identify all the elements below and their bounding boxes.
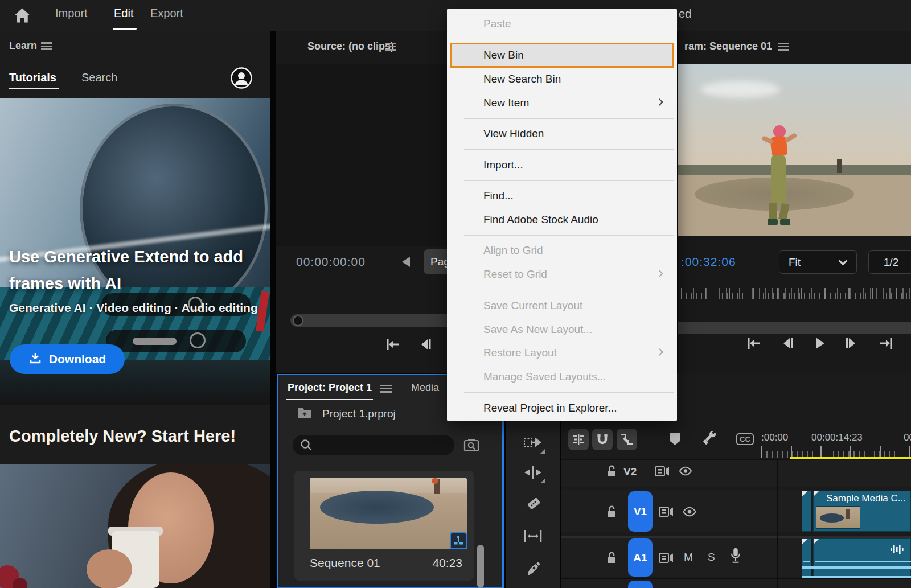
search-input[interactable] bbox=[293, 435, 454, 455]
source-go-to-in-icon[interactable] bbox=[385, 337, 401, 352]
a1-source-patch-icon[interactable] bbox=[659, 552, 674, 566]
starter-tutorial-image[interactable] bbox=[0, 464, 270, 588]
a1-mute-button[interactable]: M bbox=[684, 551, 693, 564]
download-icon bbox=[28, 351, 42, 368]
playback-resolution-select[interactable]: 1/2 bbox=[868, 250, 911, 274]
sequence-badge-icon bbox=[450, 532, 467, 549]
menu-item-find[interactable]: Find... bbox=[447, 186, 677, 206]
linked-selection-button[interactable] bbox=[617, 429, 637, 450]
tab-media[interactable]: Media bbox=[411, 382, 439, 394]
captions-button[interactable]: CC bbox=[736, 433, 754, 445]
a1-track-target-badge[interactable]: A1 bbox=[628, 538, 653, 577]
source-playhead-knob[interactable] bbox=[293, 315, 303, 326]
program-step-forward-icon[interactable] bbox=[844, 336, 859, 351]
submenu-arrow-icon bbox=[656, 348, 663, 356]
search-bin-icon[interactable] bbox=[463, 438, 479, 455]
program-go-to-in-icon[interactable] bbox=[746, 336, 762, 351]
a2-track-target-badge[interactable] bbox=[628, 581, 653, 588]
track-select-forward-tool[interactable] bbox=[506, 430, 560, 456]
tab-import[interactable]: Import bbox=[55, 7, 88, 20]
breadcrumb[interactable]: Project 1.prproj bbox=[322, 408, 396, 420]
program-scrub-bar[interactable] bbox=[678, 322, 911, 334]
v2-source-patch-icon[interactable] bbox=[655, 466, 670, 479]
program-panel-menu-icon[interactable] bbox=[778, 43, 789, 51]
menu-item-new-bin[interactable]: New Bin bbox=[447, 45, 677, 65]
nest-toggle-button[interactable] bbox=[568, 429, 589, 450]
menu-item-reveal-project-in-explorer[interactable]: Reveal Project in Explorer... bbox=[447, 398, 677, 418]
source-timecode[interactable]: 00:00:00:00 bbox=[296, 255, 366, 269]
hero-title-line2: frames with AI bbox=[9, 274, 121, 293]
add-marker-icon[interactable] bbox=[670, 433, 680, 445]
snap-magnet-button[interactable] bbox=[592, 429, 613, 450]
submenu-arrow-icon bbox=[656, 270, 663, 277]
hero-title-line1: Use Generative Extend to add bbox=[9, 248, 243, 266]
project-scrollbar[interactable] bbox=[477, 545, 484, 588]
home-icon[interactable] bbox=[14, 7, 31, 26]
audio-gain-line[interactable] bbox=[815, 561, 911, 562]
v2-lock-icon[interactable] bbox=[605, 464, 618, 480]
v1-source-patch-icon[interactable] bbox=[659, 506, 674, 520]
sequence-thumbnail[interactable] bbox=[310, 478, 467, 549]
slip-tool[interactable] bbox=[506, 523, 560, 549]
source-step-back-icon[interactable] bbox=[418, 337, 433, 352]
timeline-settings-wrench-icon[interactable] bbox=[702, 430, 718, 446]
a1-lock-icon[interactable] bbox=[605, 551, 618, 567]
zoom-level-value: Fit bbox=[789, 256, 801, 269]
audio-gain-line-head[interactable] bbox=[803, 561, 810, 562]
playback-resolution-value: 1/2 bbox=[884, 256, 898, 269]
timeline-ruler[interactable] bbox=[761, 446, 911, 460]
zoom-level-select[interactable]: Fit bbox=[779, 250, 857, 274]
timeline-clip-a1-head[interactable] bbox=[802, 538, 811, 578]
v1-track-label: V1 bbox=[634, 505, 647, 518]
menu-item-new-search-bin[interactable]: New Search Bin bbox=[447, 69, 677, 89]
v2-track-label[interactable]: V2 bbox=[623, 466, 637, 478]
menu-item-restore-layout: Restore Layout bbox=[447, 343, 677, 363]
tab-tutorials[interactable]: Tutorials bbox=[9, 71, 56, 84]
premiere-pro-window: Import Edit Export ed Learn Tutorials Se… bbox=[0, 0, 911, 588]
download-button[interactable]: Download bbox=[10, 344, 125, 374]
a1-voiceover-mic-icon[interactable] bbox=[729, 548, 742, 567]
program-step-back-icon[interactable] bbox=[780, 336, 795, 351]
razor-tool[interactable] bbox=[506, 491, 560, 517]
pen-tool[interactable] bbox=[506, 556, 560, 582]
timeline-clip-v1[interactable]: Sample Media C... bbox=[813, 491, 911, 532]
v1-toggle-visibility-eye-icon[interactable] bbox=[682, 507, 697, 519]
folder-up-icon[interactable] bbox=[297, 406, 312, 421]
tab-search[interactable]: Search bbox=[81, 71, 117, 84]
tab-export[interactable]: Export bbox=[150, 7, 183, 20]
project-item-card[interactable]: Sequence 01 40:23 bbox=[294, 471, 474, 581]
menu-item-view-hidden[interactable]: View Hidden bbox=[447, 124, 677, 144]
menu-item-save-as-new-layout: Save As New Layout... bbox=[447, 319, 677, 340]
program-timecode[interactable]: :00:32:06 bbox=[681, 255, 736, 269]
menu-item-reset-to-grid: Reset to Grid bbox=[447, 264, 677, 285]
v2-toggle-visibility-eye-icon[interactable] bbox=[678, 466, 693, 478]
source-prev-icon[interactable] bbox=[402, 257, 410, 267]
program-ruler[interactable] bbox=[681, 286, 911, 300]
program-go-to-out-icon[interactable] bbox=[878, 336, 894, 351]
menu-item-import[interactable]: Import... bbox=[447, 155, 677, 175]
menu-item-new-item[interactable]: New Item bbox=[447, 93, 677, 113]
tab-edit[interactable]: Edit bbox=[114, 7, 133, 20]
tab-project[interactable]: Project: Project 1 bbox=[288, 382, 372, 394]
menu-separator bbox=[464, 118, 674, 119]
timeline-clip-v1-head[interactable] bbox=[802, 491, 811, 532]
v1-track-target-badge[interactable]: V1 bbox=[628, 491, 653, 532]
menu-separator bbox=[464, 149, 674, 150]
learn-panel-menu-icon[interactable] bbox=[41, 42, 52, 50]
project-context-menu: Paste New Bin New Search Bin New Item Vi… bbox=[447, 9, 677, 421]
program-play-icon[interactable] bbox=[812, 336, 827, 351]
tutorial-hero-card[interactable]: Use Generative Extend to add frames with… bbox=[0, 98, 270, 405]
account-avatar[interactable] bbox=[231, 67, 252, 91]
v1-lock-icon[interactable] bbox=[605, 505, 618, 521]
menu-item-find-adobe-stock-audio[interactable]: Find Adobe Stock Audio bbox=[447, 209, 677, 230]
program-video-frame[interactable] bbox=[678, 64, 911, 236]
ripple-edit-tool[interactable] bbox=[506, 459, 560, 486]
ruler-label-1: 00:00:14:23 bbox=[811, 432, 863, 443]
a1-solo-button[interactable]: S bbox=[708, 551, 715, 564]
sequence-name[interactable]: Sequence 01 bbox=[310, 556, 380, 570]
hero-progress-ring-icon bbox=[190, 332, 206, 348]
source-panel-menu-icon[interactable] bbox=[385, 43, 396, 51]
timeline-clip-a1[interactable] bbox=[813, 538, 911, 578]
active-tab-underline bbox=[113, 28, 137, 30]
project-panel-menu-icon[interactable] bbox=[380, 385, 392, 393]
